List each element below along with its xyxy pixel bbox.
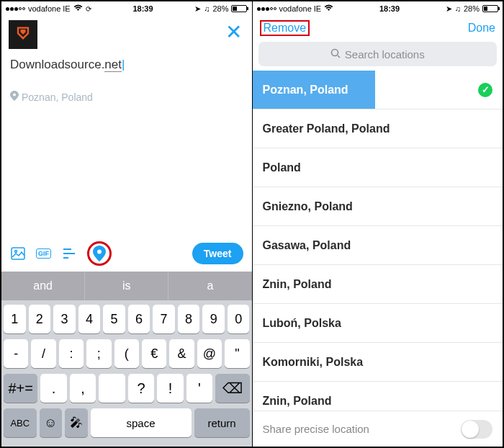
carrier-label: vodafone IE	[279, 4, 322, 13]
key-9[interactable]: 9	[202, 305, 225, 333]
key-blank[interactable]	[99, 374, 125, 403]
search-input[interactable]: Search locations	[258, 42, 498, 66]
battery-icon	[231, 5, 247, 12]
location-row[interactable]: Znin, Poland	[253, 265, 503, 304]
location-row[interactable]: Gniezno, Poland	[253, 187, 503, 226]
compose-body[interactable]: Downloadsource.net| Poznan, Poland	[1, 53, 252, 236]
location-tag[interactable]: Poznan, Poland	[10, 91, 243, 103]
location-row[interactable]: Komorniki, Polska	[253, 343, 503, 382]
key-3[interactable]: 3	[53, 305, 76, 333]
key-7[interactable]: 7	[153, 305, 175, 333]
key-comma[interactable]: ,	[70, 374, 96, 403]
search-icon	[330, 48, 341, 61]
tweet-text[interactable]: Downloadsource.net|	[10, 58, 243, 72]
check-icon: ✓	[478, 83, 492, 97]
key-return[interactable]: return	[194, 408, 250, 437]
key-8[interactable]: 8	[178, 305, 200, 333]
key-mic[interactable]: 🎤︎	[65, 408, 88, 437]
key-amp[interactable]: &	[169, 339, 194, 368]
signal-dots-icon	[257, 7, 276, 11]
key-backspace[interactable]: ⌫	[215, 374, 249, 403]
key-row-4: ABC ☺ 🎤︎ space return	[4, 408, 250, 437]
key-period[interactable]: .	[40, 374, 66, 403]
share-precise-toggle[interactable]	[461, 420, 492, 439]
status-time: 18:39	[379, 4, 400, 13]
headphones-icon: ♫	[204, 4, 210, 13]
search-placeholder: Search locations	[345, 48, 425, 61]
location-icon[interactable]	[91, 246, 107, 261]
share-precise-label: Share precise location	[263, 423, 369, 435]
location-row[interactable]: Znin, Poland	[253, 382, 503, 411]
key-euro[interactable]: €	[142, 339, 166, 368]
wifi-icon	[73, 4, 83, 13]
key-semicolon[interactable]: ;	[86, 339, 111, 368]
wifi-icon	[324, 4, 333, 13]
compose-header: ✕	[1, 16, 252, 53]
selected-location-label: Poznan, Poland	[253, 71, 375, 109]
screenshot-container: vodafone IE ⟳ 18:39 ➤ ♫ 28% ✕ Downloadso…	[0, 0, 504, 448]
suggestion-1[interactable]: and	[1, 272, 85, 300]
status-bar: vodafone IE ⟳ 18:39 ➤ ♫ 28%	[1, 1, 252, 16]
location-arrow-icon: ➤	[446, 4, 452, 14]
tweet-button[interactable]: Tweet	[192, 243, 243, 264]
key-abc[interactable]: ABC	[4, 408, 37, 437]
key-row-2: - / : ; ( € & @ "	[4, 339, 250, 368]
key-at[interactable]: @	[197, 339, 222, 368]
key-4[interactable]: 4	[78, 305, 101, 333]
gif-icon[interactable]: GIF	[36, 248, 51, 259]
svg-point-2	[97, 250, 102, 254]
done-button[interactable]: Done	[468, 22, 495, 35]
keyboard: 1 2 3 4 5 6 7 8 9 0 - / : ; ( € & @ "	[1, 300, 252, 447]
location-row[interactable]: Luboń, Polska	[253, 304, 503, 343]
key-2[interactable]: 2	[29, 305, 51, 333]
locations-list: Poznan, Poland ✓ Greater Poland, Poland …	[253, 71, 503, 411]
headphones-icon: ♫	[455, 4, 461, 13]
key-lparen[interactable]: (	[114, 339, 139, 368]
key-question[interactable]: ?	[128, 374, 154, 403]
location-row[interactable]: Greater Poland, Poland	[253, 109, 503, 148]
pin-icon	[10, 91, 19, 103]
key-symbols[interactable]: #+=	[4, 374, 37, 403]
keyboard-suggestions: and is a	[1, 272, 252, 300]
status-time: 18:39	[132, 4, 153, 13]
share-precise-row: Share precise location	[253, 411, 503, 447]
key-row-1: 1 2 3 4 5 6 7 8 9 0	[4, 305, 250, 333]
key-1[interactable]: 1	[4, 305, 26, 333]
compose-toolbar: GIF Tweet	[1, 236, 252, 272]
battery-icon	[482, 5, 498, 12]
battery-pct: 28%	[464, 4, 480, 13]
mic-icon: 🎤︎	[70, 416, 83, 431]
location-text: Poznan, Poland	[22, 91, 93, 103]
key-colon[interactable]: :	[59, 339, 84, 368]
photo-icon[interactable]	[10, 246, 26, 261]
suggestion-3[interactable]: a	[168, 272, 251, 300]
loading-icon: ⟳	[86, 5, 91, 13]
location-row[interactable]: Poland	[253, 148, 503, 187]
svg-point-3	[331, 49, 338, 55]
key-dash[interactable]: -	[4, 339, 28, 368]
poll-icon[interactable]	[61, 246, 77, 261]
remove-button[interactable]: Remove	[260, 20, 310, 36]
location-button-highlight	[87, 241, 112, 266]
battery-pct: 28%	[212, 4, 228, 13]
suggestion-2[interactable]: is	[85, 272, 168, 300]
emoji-icon: ☺	[44, 416, 57, 431]
key-5[interactable]: 5	[103, 305, 125, 333]
key-quote[interactable]: "	[225, 339, 249, 368]
location-row[interactable]: Gasawa, Poland	[253, 226, 503, 265]
location-nav: Remove Done	[253, 16, 503, 42]
carrier-label: vodafone IE	[28, 4, 71, 13]
key-space[interactable]: space	[91, 408, 192, 437]
close-icon[interactable]: ✕	[222, 20, 245, 44]
key-exclaim[interactable]: !	[157, 374, 183, 403]
key-6[interactable]: 6	[128, 305, 150, 333]
location-row-selected[interactable]: Poznan, Poland ✓	[253, 71, 503, 109]
key-apos[interactable]: '	[186, 374, 212, 403]
key-slash[interactable]: /	[31, 339, 55, 368]
key-row-3: #+= . , ? ! ' ⌫	[4, 374, 250, 403]
key-0[interactable]: 0	[228, 305, 250, 333]
key-emoji[interactable]: ☺	[40, 408, 63, 437]
phone-right: vodafone IE 18:39 ➤ ♫ 28% Remove Done Se…	[253, 1, 503, 447]
status-bar: vodafone IE 18:39 ➤ ♫ 28%	[253, 1, 503, 16]
avatar[interactable]	[9, 20, 37, 49]
